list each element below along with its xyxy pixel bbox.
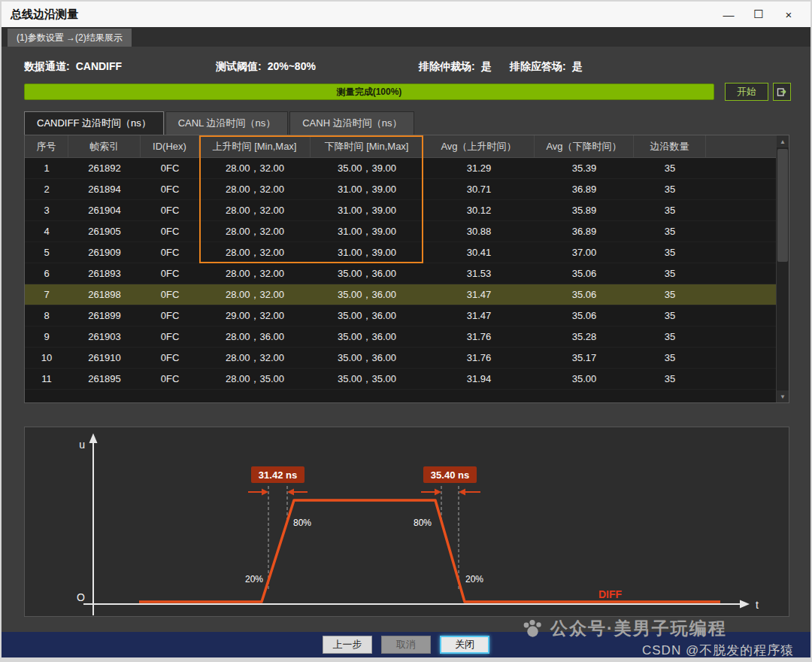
breadcrumb[interactable]: (1)参数设置 →(2)结果展示 [8, 29, 132, 47]
table-cell: 0FC [141, 263, 199, 284]
table-cell: 35.17 [535, 348, 634, 368]
table-cell: 35.89 [535, 200, 634, 220]
fall-time-value: 35.40 ns [431, 469, 469, 481]
watermark-text-1: 公众号·美男子玩编程 [550, 617, 727, 640]
table-cell: 0FC [141, 369, 199, 389]
watermark-text-2: CSDN @不脱发的程序猿 [642, 642, 794, 659]
table-row[interactable]: 92619030FC28.00，36.0035.00，36.0031.7635.… [25, 326, 776, 348]
exclude-arbitration-value: 是 [481, 60, 492, 72]
table-cell: 31.00，39.00 [311, 179, 423, 199]
scroll-up-icon[interactable]: ▲ [777, 135, 789, 147]
column-header[interactable]: ID(Hex) [141, 135, 199, 157]
minimize-icon[interactable]: — [716, 5, 741, 24]
table-cell: 261892 [68, 158, 141, 178]
export-button[interactable] [773, 83, 791, 101]
table-cell: 0FC [141, 284, 199, 305]
result-tab-strip: CANDIFF 边沿时间（ns） CANL 边沿时间（ns） CANH 边沿时间… [24, 111, 416, 135]
window-controls: — ☐ × [716, 5, 801, 24]
table-row[interactable]: 112618950FC28.00，35.0035.00，35.0031.9435… [25, 369, 776, 390]
cancel-button[interactable]: 取消 [381, 636, 431, 654]
scrollbar-thumb[interactable] [777, 149, 788, 262]
window-title: 总线边沿测量 [11, 8, 78, 22]
rise-upper-threshold-label: 80% [293, 518, 311, 528]
table-cell: 5 [25, 242, 68, 263]
column-header[interactable]: Avg（上升时间） [423, 135, 535, 157]
table-cell: 28.00，32.00 [199, 242, 311, 263]
edge-waveform-chart: u t O 31.42 ns 35.40 ns 8 [25, 427, 789, 616]
table-row[interactable]: 22618940FC28.00，32.0031.00，39.0030.7136.… [25, 179, 776, 200]
table-cell: 35.00，36.00 [311, 348, 423, 368]
fall-lower-threshold-label: 20% [465, 574, 483, 585]
table-cell: 28.00，32.00 [199, 284, 311, 305]
column-header[interactable]: Avg（下降时间） [535, 135, 634, 157]
table-cell: 0FC [141, 348, 199, 368]
table-cell: 29.00，32.00 [199, 305, 311, 326]
table-cell: 261903 [68, 326, 141, 347]
table-cell: 28.00，32.00 [199, 263, 311, 284]
table-cell: 261909 [68, 242, 141, 263]
column-header[interactable]: 序号 [25, 135, 68, 157]
table-cell: 261894 [68, 179, 141, 199]
table-cell: 30.41 [423, 242, 535, 263]
watermark-paw-icon [522, 619, 544, 639]
maximize-icon[interactable]: ☐ [746, 5, 771, 24]
table-cell: 35 [634, 326, 706, 347]
column-header[interactable]: 边沿数量 [634, 135, 706, 157]
table-cell: 28.00，32.00 [199, 348, 311, 368]
table-cell: 261895 [68, 369, 141, 389]
table-cell: 4 [25, 221, 68, 241]
scroll-down-icon[interactable]: ▼ [777, 390, 789, 402]
x-axis-label: t [756, 599, 759, 611]
table-cell: 35 [634, 221, 706, 241]
table-body: 12618920FC28.00，32.0035.00，39.0031.2935.… [25, 158, 776, 390]
table-cell: 11 [25, 369, 68, 389]
table-cell: 261904 [68, 200, 141, 220]
table-row[interactable]: 72618980FC28.00，32.0035.00，36.0031.4735.… [25, 284, 776, 305]
table-cell: 30.71 [423, 179, 535, 199]
table-cell: 35 [634, 369, 706, 389]
data-channel-field: 数据通道:CANDIFF [24, 60, 122, 74]
column-header[interactable]: 帧索引 [68, 135, 141, 157]
table-cell: 31.00，39.00 [311, 242, 423, 263]
table-cell: 28.00，35.00 [199, 369, 311, 389]
table-cell: 30.12 [423, 200, 535, 220]
table-cell: 36.89 [535, 179, 634, 199]
table-row[interactable]: 102619100FC28.00，32.0035.00，36.0031.7635… [25, 348, 776, 369]
table-cell: 31.76 [423, 348, 535, 368]
previous-step-button[interactable]: 上一步 [323, 636, 372, 654]
export-icon [777, 87, 787, 97]
table-cell: 35.28 [535, 326, 634, 347]
table-cell: 35.00，36.00 [311, 326, 423, 347]
table-row[interactable]: 12618920FC28.00，32.0035.00，39.0031.2935.… [25, 158, 776, 179]
vertical-scrollbar[interactable]: ▲ ▼ [776, 135, 789, 402]
edge-waveform-panel: u t O 31.42 ns 35.40 ns 8 [24, 427, 789, 617]
table-cell: 28.00，32.00 [199, 200, 311, 220]
table-cell: 0FC [141, 200, 199, 220]
table-cell: 1 [25, 158, 68, 178]
tab-candiff-edge-time[interactable]: CANDIFF 边沿时间（ns） [24, 111, 164, 135]
tab-canl-edge-time[interactable]: CANL 边沿时间（ns） [165, 111, 289, 135]
rise-time-value: 31.42 ns [259, 469, 297, 481]
table-cell: 31.00，39.00 [311, 221, 423, 241]
table-row[interactable]: 52619090FC28.00，32.0031.00，39.0030.4137.… [25, 242, 776, 263]
table-cell: 31.53 [423, 263, 535, 284]
table-row[interactable]: 32619040FC28.00，32.0031.00，39.0030.1235.… [25, 200, 776, 221]
exclude-ack-value: 是 [572, 60, 583, 72]
table-cell: 37.00 [535, 242, 634, 263]
column-header[interactable]: 下降时间 [Min,Max] [311, 135, 423, 157]
table-cell: 2 [25, 179, 68, 199]
test-threshold-value: 20%~80% [268, 60, 316, 72]
start-button[interactable]: 开始 [725, 83, 768, 101]
tab-canh-edge-time[interactable]: CANH 边沿时间（ns） [289, 111, 414, 135]
exclude-ack-field: 排除应答场:是 [510, 60, 583, 74]
table-cell: 35.00 [535, 369, 634, 389]
close-button[interactable]: 关闭 [440, 636, 489, 654]
table-row[interactable]: 42619050FC28.00，32.0031.00，39.0030.8836.… [25, 221, 776, 242]
close-icon[interactable]: × [776, 5, 801, 24]
table-cell: 35.00，39.00 [311, 158, 423, 178]
column-header[interactable]: 上升时间 [Min,Max] [199, 135, 311, 157]
table-cell: 35 [634, 242, 706, 263]
table-row[interactable]: 82618990FC29.00，32.0035.00，36.0031.4735.… [25, 305, 776, 326]
table-row[interactable]: 62618930FC28.00，32.0035.00，36.0031.5335.… [25, 263, 776, 284]
table-cell: 35.00，36.00 [311, 263, 423, 284]
